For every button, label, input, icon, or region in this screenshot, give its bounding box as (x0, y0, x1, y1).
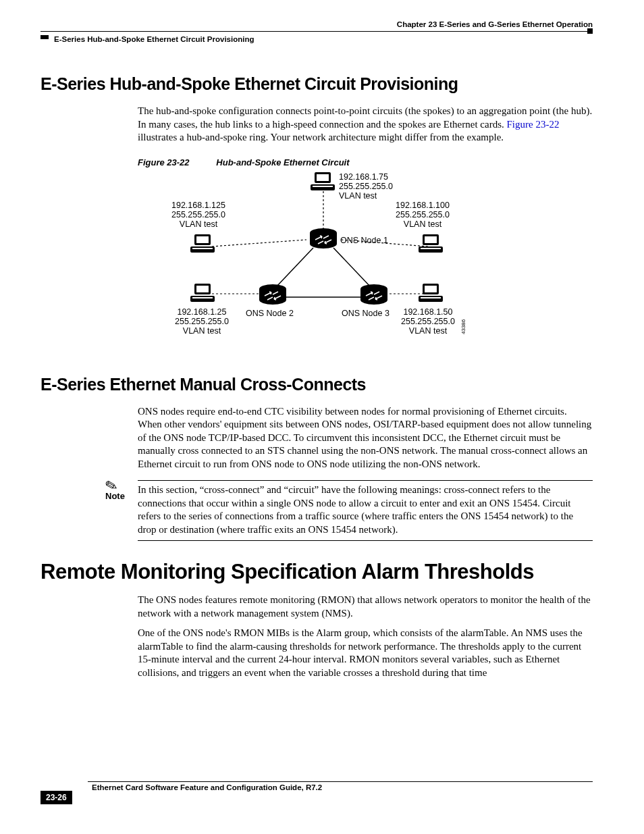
svg-rect-22 (196, 236, 209, 243)
ons-node-2-label: ONS Node 2 (246, 309, 294, 318)
svg-point-13 (259, 295, 286, 305)
pc-br-icon (419, 284, 443, 304)
page-number: 23-26 (41, 791, 72, 804)
ip: 192.168.1.25 (177, 307, 226, 317)
para-hub-spoke: The hub-and-spoke configuration connects… (138, 105, 593, 145)
chapter-header: Chapter 23 E-Series and G-Series Etherne… (41, 20, 593, 28)
svg-rect-35 (419, 296, 443, 302)
mask: 255.255.255.0 (339, 182, 393, 191)
mask: 255.255.255.0 (171, 210, 225, 219)
figure-artid: 43386 (460, 319, 466, 334)
vlan: VLAN test (339, 191, 377, 201)
para-cross-connects: ONS nodes require end-to-end CTC visibil… (138, 405, 593, 471)
svg-rect-32 (192, 297, 213, 298)
svg-rect-26 (425, 236, 437, 243)
svg-rect-36 (421, 297, 441, 298)
page-number-badge: 23-26 (41, 791, 72, 804)
ons-node-2-icon (258, 284, 288, 307)
ip: 192.168.1.50 (403, 307, 452, 317)
svg-rect-18 (317, 174, 329, 181)
svg-line-6 (333, 248, 371, 287)
svg-rect-23 (190, 246, 215, 253)
vlan: VLAN test (183, 326, 221, 336)
section-marker (41, 35, 49, 39)
page-content: E-Series Hub-and-Spoke Ethernet Circuit … (41, 74, 593, 686)
svg-line-5 (276, 248, 313, 287)
svg-point-16 (360, 295, 387, 305)
ip: 192.168.1.100 (396, 201, 450, 210)
pc-right-icon (419, 234, 443, 255)
para-hub-spoke-tail: illustrates a hub-and-spoke ring. Your n… (138, 132, 504, 142)
svg-rect-30 (196, 286, 209, 292)
page-footer: Ethernet Card Software Feature and Confi… (41, 781, 593, 800)
svg-rect-31 (190, 296, 215, 302)
label-right: 192.168.1.100 255.255.255.0 VLAN test (396, 201, 450, 230)
label-br: 192.168.1.50 255.255.255.0 VLAN test (401, 307, 455, 336)
svg-rect-20 (313, 186, 333, 187)
vlan: VLAN test (180, 219, 217, 229)
label-bl: 192.168.1.25 255.255.255.0 VLAN test (175, 307, 229, 336)
figure-caption: Figure 23-22 Hub-and-Spoke Ethernet Circ… (138, 157, 593, 168)
mask: 255.255.255.0 (396, 210, 450, 219)
ip: 192.168.1.75 (339, 172, 388, 182)
note-text: In this section, “cross-connect” and “ci… (138, 484, 593, 536)
mask: 255.255.255.0 (175, 317, 229, 326)
running-section-title: E-Series Hub-and-Spoke Ethernet Circuit … (54, 35, 254, 43)
svg-rect-24 (192, 248, 213, 249)
figure-number: Figure 23-22 (138, 157, 190, 167)
svg-rect-27 (419, 246, 443, 253)
pc-bl-icon (190, 284, 215, 304)
para-rmon-1: The ONS nodes features remote monitoring… (138, 594, 593, 620)
ons-node-1-label: ONS Node 1 (340, 236, 388, 245)
mask: 255.255.255.0 (401, 317, 455, 326)
pc-left-icon (190, 234, 215, 255)
header-rule (41, 31, 593, 32)
svg-line-1 (212, 240, 306, 246)
heading-cross-connects: E-Series Ethernet Manual Cross-Connects (41, 375, 593, 394)
vlan: VLAN test (404, 219, 441, 229)
ons-node-3-label: ONS Node 3 (342, 309, 390, 318)
svg-rect-19 (311, 184, 335, 190)
figure-diagram: 192.168.1.75 255.255.255.0 VLAN test 192… (138, 172, 482, 355)
label-left: 192.168.1.125 255.255.255.0 VLAN test (171, 201, 225, 230)
svg-rect-34 (425, 286, 437, 292)
figure-title: Hub-and-Spoke Ethernet Circuit (216, 157, 349, 167)
header-marker (587, 28, 593, 34)
heading-hub-spoke: E-Series Hub-and-Spoke Ethernet Circuit … (41, 74, 593, 94)
pc-top-icon (311, 172, 335, 192)
heading-rmon: Remote Monitoring Specification Alarm Th… (41, 560, 593, 584)
vlan: VLAN test (409, 326, 447, 336)
svg-rect-28 (421, 248, 441, 249)
footer-title: Ethernet Card Software Feature and Confi… (92, 783, 593, 791)
para-rmon-2: One of the ONS node's RMON MIBs is the A… (138, 627, 593, 679)
ons-node-3-icon (359, 284, 389, 307)
svg-point-10 (310, 239, 337, 249)
figure-link[interactable]: Figure 23-22 (507, 119, 560, 130)
ip: 192.168.1.125 (171, 201, 225, 210)
note-block: ✎ Note In this section, “cross-connect” … (105, 480, 593, 541)
label-top: 192.168.1.75 255.255.255.0 VLAN test (339, 172, 393, 201)
note-label: Note (105, 491, 125, 501)
ons-node-1-icon (308, 228, 338, 251)
